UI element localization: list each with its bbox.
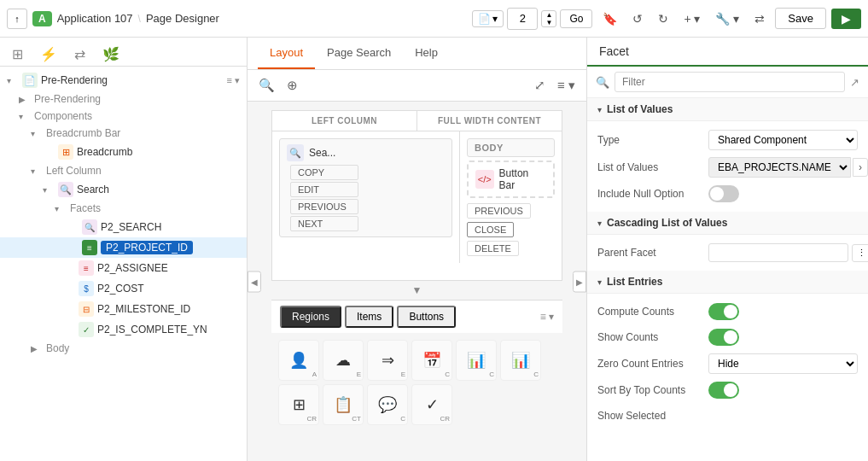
right-panel-toggle[interactable]: ▶ — [573, 271, 586, 292]
icon-bubble[interactable]: 💬 C — [367, 384, 408, 425]
tab-help[interactable]: Help — [403, 38, 450, 69]
cloud-icon: ☁ — [335, 351, 351, 370]
section-header-entries[interactable]: ▾ List Entries — [587, 271, 868, 294]
zero-count-select[interactable]: Hide — [708, 353, 858, 374]
previous-nav-btn[interactable]: PREVIOUS — [467, 203, 531, 219]
section-header-lov[interactable]: ▾ List of Values — [587, 98, 868, 121]
sidebar-item-breadcrumb[interactable]: ⊞ Breadcrumb — [0, 142, 247, 162]
filter-input[interactable] — [615, 72, 845, 92]
show-counts-toggle[interactable] — [708, 329, 739, 346]
sidebar-item-p2-milestone[interactable]: ⊟ P2_MILESTONE_ID — [0, 299, 247, 319]
icon-form[interactable]: 📋 CT — [323, 384, 364, 425]
sidebar-tab-dynamic[interactable]: ⚡ — [35, 43, 62, 66]
page-up-down-btn[interactable]: ▲ ▼ — [541, 10, 556, 27]
copy-btn[interactable]: COPY — [290, 165, 358, 180]
icon-bar-chart[interactable]: 📊 C — [500, 340, 541, 381]
previous-btn[interactable]: PREVIOUS — [290, 199, 358, 214]
chart-icon: 📊 — [467, 351, 486, 370]
tab-layout[interactable]: Layout — [258, 38, 315, 69]
lov-arrow-btn[interactable]: › — [853, 158, 868, 177]
tab-items[interactable]: Items — [345, 306, 393, 328]
zoom-in-btn[interactable]: ⊕ — [284, 75, 300, 96]
icon-check[interactable]: ✓ CR — [411, 384, 452, 425]
sidebar-tab-layout[interactable]: ⊞ — [7, 43, 28, 66]
p2-project-icon: ≡ — [82, 240, 97, 255]
canvas-expand-arrow[interactable]: ▼ — [271, 281, 562, 300]
search-card-label: Sea... — [309, 147, 335, 159]
redo-btn[interactable]: ↻ — [653, 9, 673, 28]
undo-btn[interactable]: ↺ — [627, 9, 648, 28]
page-controls: 📄 ▾ ▲ ▼ Go — [472, 8, 592, 30]
save-button[interactable]: Save — [775, 8, 826, 29]
zoom-out-btn[interactable]: 🔍 — [256, 75, 277, 96]
delete-nav-btn[interactable]: DELETE — [467, 241, 519, 256]
next-btn[interactable]: NEXT — [290, 216, 358, 231]
canvas-menu-btn[interactable]: ≡ ▾ — [555, 75, 578, 96]
filter-row: 🔍 ↗ — [587, 67, 868, 98]
share-btn[interactable]: ⇄ — [749, 9, 770, 28]
right-column-content: BODY </> Button Bar PREVIOUS CLOSE DELET… — [460, 131, 562, 263]
compute-counts-toggle[interactable] — [708, 303, 739, 320]
icon-cloud[interactable]: ☁ E — [323, 340, 364, 381]
facets-label: Facets — [70, 202, 101, 214]
lov-chevron-icon: ▾ — [597, 105, 602, 114]
expand-down-btn[interactable]: ▼ — [412, 284, 422, 296]
sort-by-top-toggle[interactable] — [708, 382, 739, 399]
page-number-input[interactable] — [507, 8, 538, 30]
section-header-cascading[interactable]: ▾ Cascading List of Values — [587, 212, 868, 235]
bottom-menu-btn[interactable]: ≡ ▾ — [540, 311, 554, 323]
sidebar-item-facets[interactable]: ▾ Facets — [0, 200, 247, 217]
add-btn[interactable]: + ▾ — [679, 9, 705, 28]
icon-table[interactable]: ⊞ CR — [278, 384, 319, 425]
bottom-tabs: Regions Items Buttons ≡ ▾ — [271, 300, 562, 333]
sidebar-tab-icons[interactable]: 🌿 — [97, 43, 125, 66]
sort-by-top-row: Sort By Top Counts — [587, 377, 868, 403]
expand-icon-body: ▶ — [31, 344, 43, 353]
close-nav-btn[interactable]: CLOSE — [467, 222, 514, 237]
tab-regions[interactable]: Regions — [280, 306, 341, 328]
sidebar-tab-shared[interactable]: ⇄ — [69, 43, 90, 66]
filter-options-btn[interactable]: ↗ — [850, 76, 859, 89]
go-button[interactable]: Go — [560, 9, 592, 28]
sidebar-item-components[interactable]: ▾ Components — [0, 108, 247, 125]
icon-badge-c2: C — [489, 371, 494, 378]
canvas-columns: 🔍 Sea... COPY EDIT PREVIOUS NEXT — [272, 131, 562, 263]
up-button[interactable]: ↑ — [7, 9, 27, 29]
sidebar-item-p2-assignee[interactable]: ≡ P2_ASSIGNEE — [0, 258, 247, 278]
compute-counts-value — [708, 303, 858, 320]
type-select[interactable]: Shared Component — [708, 130, 858, 150]
edit-btn[interactable]: EDIT — [290, 182, 358, 197]
sort-by-top-value — [708, 382, 858, 399]
sidebar-item-body[interactable]: ▶ Body — [0, 340, 247, 357]
expand-btn[interactable]: ⤢ — [532, 75, 548, 96]
sidebar-options-btn[interactable]: ≡ ▾ — [227, 75, 240, 86]
icon-person[interactable]: 👤 A — [278, 340, 319, 381]
null-toggle-value — [708, 185, 858, 202]
tab-buttons[interactable]: Buttons — [397, 306, 456, 328]
page-dropdown-btn[interactable]: 📄 ▾ — [472, 10, 504, 27]
icon-chart[interactable]: 📊 C — [456, 340, 497, 381]
left-panel-toggle[interactable]: ◀ — [248, 271, 261, 292]
lov-select[interactable]: EBA_PROJECTS.NAME — [708, 157, 851, 178]
nav-buttons: PREVIOUS CLOSE DELETE — [467, 203, 555, 256]
sidebar-item-p2-cost[interactable]: $ P2_COST — [0, 278, 247, 299]
parent-facet-options-btn[interactable]: ⋮ — [852, 244, 868, 262]
icon-arrows[interactable]: ⇒ E — [367, 340, 408, 381]
icon-calendar[interactable]: 📅 C — [411, 340, 452, 381]
sidebar-item-p2-complete[interactable]: ✓ P2_IS_COMPLETE_YN — [0, 319, 247, 340]
sidebar-item-pre-rendering[interactable]: ▶ Pre-Rendering — [0, 90, 247, 108]
sidebar-item-page[interactable]: ▾ 📄 Pre-Rendering ≡ ▾ — [0, 70, 247, 90]
bookmark-btn[interactable]: 🔖 — [597, 9, 622, 28]
show-selected-label: Show Selected — [597, 410, 708, 422]
tab-page-search[interactable]: Page Search — [315, 38, 403, 69]
sidebar-item-p2-search[interactable]: 🔍 P2_SEARCH — [0, 217, 247, 237]
tools-btn[interactable]: 🔧 ▾ — [710, 9, 744, 28]
sidebar-item-search[interactable]: ▾ 🔍 Search — [0, 179, 247, 200]
null-toggle[interactable] — [708, 185, 739, 202]
sidebar-item-breadcrumb-bar[interactable]: ▾ Breadcrumb Bar — [0, 125, 247, 142]
sidebar-item-left-column[interactable]: ▾ Left Column — [0, 162, 247, 179]
parent-facet-input[interactable] — [708, 243, 848, 262]
form-icon: 📋 — [334, 395, 352, 414]
sidebar-item-p2-project-id[interactable]: ≡ P2_PROJECT_ID — [0, 237, 247, 258]
run-button[interactable]: ▶ — [831, 9, 861, 29]
